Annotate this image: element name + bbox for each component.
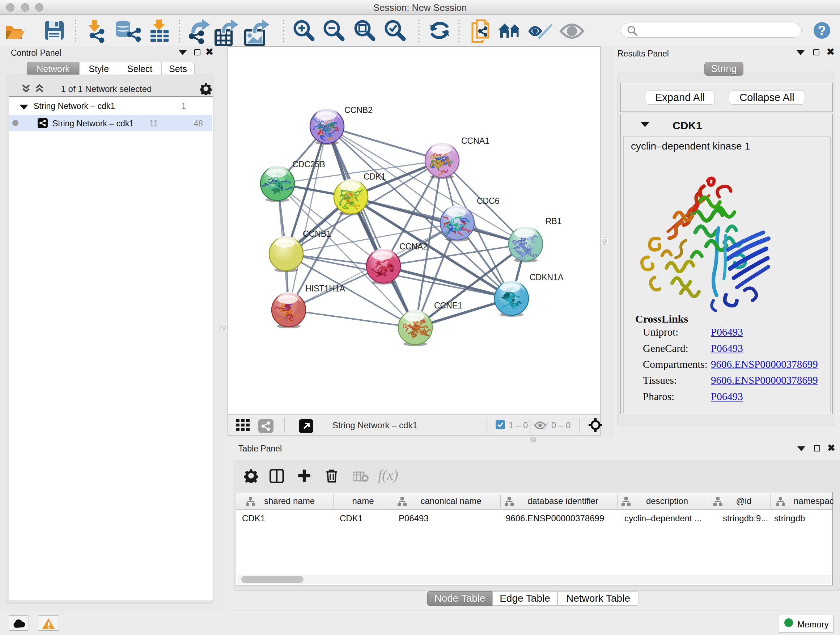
- svg-text:CCNE1: CCNE1: [434, 301, 462, 310]
- svg-text:CDK1: CDK1: [363, 172, 386, 181]
- svg-text:CDC6: CDC6: [477, 196, 500, 206]
- svg-text:CDC25B: CDC25B: [292, 160, 325, 169]
- svg-text:?: ?: [818, 23, 826, 38]
- svg-text:HIST1H1A: HIST1H1A: [305, 284, 346, 293]
- svg-text:RB1: RB1: [546, 217, 562, 226]
- svg-text:CCNA2: CCNA2: [399, 242, 428, 251]
- svg-text:CCNB2: CCNB2: [344, 105, 373, 115]
- svg-text:CDKN1A: CDKN1A: [530, 272, 564, 282]
- svg-text:CCNB1: CCNB1: [303, 229, 331, 239]
- svg-text:CCNA1: CCNA1: [461, 136, 489, 146]
